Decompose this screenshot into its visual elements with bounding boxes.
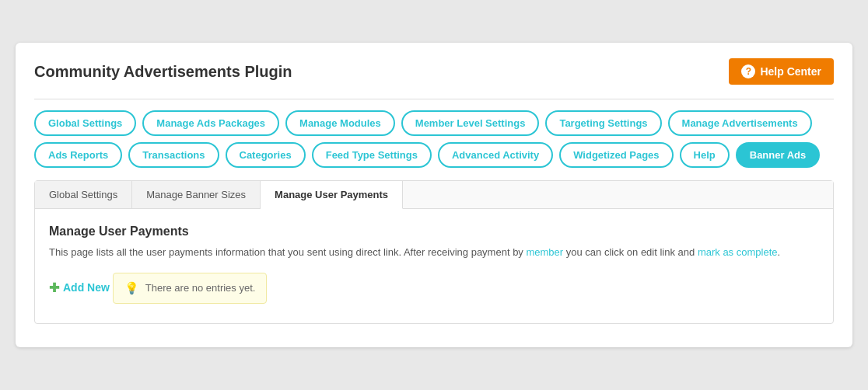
tab-content: Manage User Payments This page lists all… (35, 209, 833, 323)
nav-transactions[interactable]: Transactions (128, 142, 219, 168)
mark-complete-link[interactable]: mark as complete (698, 246, 778, 258)
main-container: Community Advertisements Plugin ? Help C… (16, 43, 852, 347)
nav-feed-type-settings[interactable]: Feed Type Settings (312, 142, 432, 168)
nav-ads-reports[interactable]: Ads Reports (34, 142, 122, 168)
nav-global-settings[interactable]: Global Settings (34, 110, 136, 136)
desc-start: This page lists all the user payments in… (49, 246, 526, 258)
help-center-button[interactable]: ? Help Center (729, 58, 834, 85)
nav-manage-modules[interactable]: Manage Modules (285, 110, 395, 136)
desc-middle: you can click on edit link and (563, 246, 698, 258)
nav-manage-ads-packages[interactable]: Manage Ads Packages (142, 110, 279, 136)
nav-advanced-activity[interactable]: Advanced Activity (438, 142, 553, 168)
no-entries-box: 💡 There are no entries yet. (113, 273, 268, 304)
add-new-label: Add New (63, 281, 110, 294)
section-title: Manage User Payments (49, 225, 819, 239)
member-link[interactable]: member (526, 246, 563, 258)
tab-manage-user-payments[interactable]: Manage User Payments (261, 181, 403, 209)
nav-buttons: Global Settings Manage Ads Packages Mana… (34, 110, 834, 168)
nav-member-level-settings[interactable]: Member Level Settings (401, 110, 540, 136)
page-header: Community Advertisements Plugin ? Help C… (34, 58, 834, 85)
add-new-link[interactable]: ✚ Add New (49, 280, 110, 295)
no-entries-text: There are no entries yet. (145, 282, 256, 294)
header-divider (34, 99, 834, 99)
plus-icon: ✚ (49, 280, 59, 295)
tab-manage-banner-sizes[interactable]: Manage Banner Sizes (132, 181, 261, 208)
tab-global-settings[interactable]: Global Settings (35, 181, 132, 208)
nav-banner-ads[interactable]: Banner Ads (736, 142, 820, 168)
desc-end: . (777, 246, 780, 258)
tabs-header: Global Settings Manage Banner Sizes Mana… (35, 181, 833, 209)
nav-targeting-settings[interactable]: Targeting Settings (545, 110, 661, 136)
help-center-label: Help Center (760, 65, 821, 78)
section-description: This page lists all the user payments in… (49, 245, 819, 260)
nav-manage-advertisements[interactable]: Manage Advertisements (668, 110, 812, 136)
page-title: Community Advertisements Plugin (34, 63, 292, 81)
help-circle-icon: ? (741, 64, 755, 78)
nav-help[interactable]: Help (680, 142, 730, 168)
nav-categories[interactable]: Categories (226, 142, 306, 168)
bulb-icon: 💡 (124, 281, 139, 295)
tabs-section: Global Settings Manage Banner Sizes Mana… (34, 180, 834, 324)
nav-widgetized-pages[interactable]: Widgetized Pages (559, 142, 673, 168)
